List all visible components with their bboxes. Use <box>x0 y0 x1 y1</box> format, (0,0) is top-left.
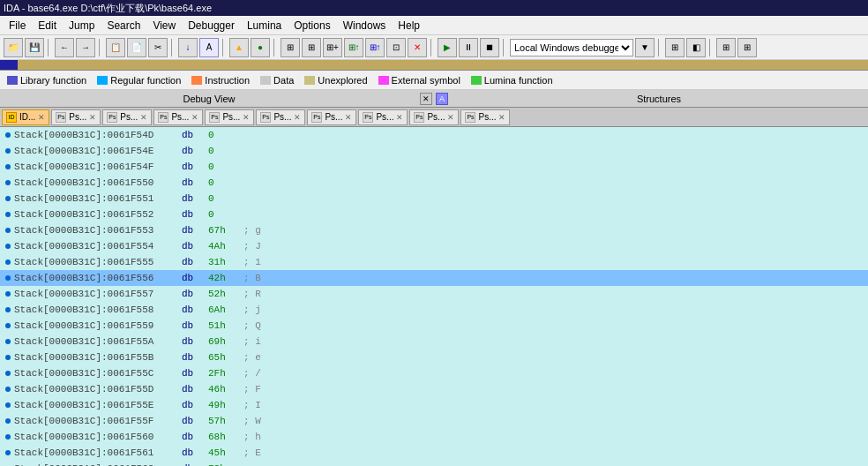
dot-indicator <box>2 164 14 169</box>
table-row[interactable]: Stack[0000B31C]:0061F55Cdb2Fh; / <box>0 365 868 381</box>
menu-edit[interactable]: Edit <box>33 18 62 34</box>
table-row[interactable]: Stack[0000B31C]:0061F551db0 <box>0 191 868 207</box>
tab-ps5-close[interactable]: ✕ <box>294 113 301 122</box>
table-row[interactable]: Stack[0000B31C]:0061F555db31h; 1 <box>0 254 868 270</box>
save-button[interactable]: 💾 <box>25 38 44 57</box>
table-row[interactable]: Stack[0000B31C]:0061F556db42h; B <box>0 270 868 286</box>
forward-button[interactable]: → <box>76 38 95 57</box>
table-row[interactable]: Stack[0000B31C]:0061F553db67h; g <box>0 222 868 238</box>
operand-cell: 46h <box>208 384 243 395</box>
r3[interactable]: ⊞ <box>716 38 736 57</box>
r2[interactable]: ◧ <box>686 38 706 57</box>
tab-ps7-close[interactable]: ✕ <box>396 113 403 122</box>
tab-ps-3[interactable]: Ps Ps... ✕ <box>153 109 203 125</box>
table-row[interactable]: Stack[0000B31C]:0061F54Ddb0 <box>0 127 868 143</box>
tab-ps6-close[interactable]: ✕ <box>345 113 352 122</box>
menu-file[interactable]: File <box>4 18 31 34</box>
table-row[interactable]: Stack[0000B31C]:0061F562db73h; s <box>0 461 868 466</box>
tab-ps4-close[interactable]: ✕ <box>243 113 250 122</box>
table-row[interactable]: Stack[0000B31C]:0061F558db6Ah; j <box>0 302 868 318</box>
pause-button[interactable]: ⏸ <box>459 38 478 57</box>
t5[interactable]: ⊞↑ <box>365 38 385 57</box>
table-row[interactable]: Stack[0000B31C]:0061F561db45h; E <box>0 445 868 461</box>
debug-view-close[interactable]: ✕ <box>420 93 432 105</box>
operand-cell: 42h <box>208 273 243 283</box>
comment-cell: ; e <box>243 352 261 363</box>
table-row[interactable]: Stack[0000B31C]:0061F55Adb69h; i <box>0 334 868 350</box>
t2[interactable]: ⊞ <box>302 38 321 57</box>
dot-indicator <box>2 291 14 297</box>
table-row[interactable]: Stack[0000B31C]:0061F54Fdb0 <box>0 159 868 175</box>
tab-ps2-close[interactable]: ✕ <box>140 113 147 122</box>
paste-button[interactable]: 📄 <box>127 38 146 57</box>
t4[interactable]: ⊞↑ <box>344 38 363 57</box>
table-row[interactable]: Stack[0000B31C]:0061F559db51h; Q <box>0 318 868 334</box>
instruction-cell: db <box>182 273 208 283</box>
run-button[interactable]: ● <box>251 38 270 57</box>
tab-id-close[interactable]: ✕ <box>38 113 45 122</box>
sep6 <box>430 39 434 56</box>
tab-ps-1[interactable]: Ps Ps... ✕ <box>51 109 101 125</box>
tab-ps1-icon: Ps <box>56 112 66 123</box>
step-button[interactable]: ⏹ <box>480 38 499 57</box>
play-button[interactable]: ▶ <box>438 38 457 57</box>
t3[interactable]: ⊞+ <box>323 38 342 57</box>
menu-search[interactable]: Search <box>101 18 146 34</box>
menu-windows[interactable]: Windows <box>338 18 392 34</box>
tab-ps-5[interactable]: Ps Ps... ✕ <box>256 109 305 125</box>
menu-lumina[interactable]: Lumina <box>242 18 287 34</box>
navigation-bar[interactable] <box>0 60 868 71</box>
tab-ps9-close[interactable]: ✕ <box>498 113 505 122</box>
table-row[interactable]: Stack[0000B31C]:0061F557db52h; R <box>0 286 868 302</box>
table-row[interactable]: Stack[0000B31C]:0061F55Ddb46h; F <box>0 381 868 397</box>
stop-button[interactable]: ✕ <box>408 38 427 57</box>
table-row[interactable]: Stack[0000B31C]:0061F560db68h; h <box>0 429 868 445</box>
sep8 <box>658 39 662 56</box>
tab-strip: ID ID... ✕ Ps Ps... ✕ Ps Ps... ✕ Ps Ps..… <box>0 108 868 127</box>
debugger-select[interactable]: Local Windows debugger <box>510 39 633 56</box>
operand-cell: 0 <box>208 193 243 204</box>
copy-button[interactable]: 📋 <box>106 38 125 57</box>
code-area[interactable]: Stack[0000B31C]:0061F54Ddb0Stack[0000B31… <box>0 127 868 466</box>
t1[interactable]: ⊞ <box>281 38 300 57</box>
t6[interactable]: ⊡ <box>386 38 406 57</box>
tab-ps-4[interactable]: Ps Ps... ✕ <box>205 109 254 125</box>
dot-indicator <box>2 259 14 265</box>
table-row[interactable]: Stack[0000B31C]:0061F55Bdb65h; e <box>0 350 868 365</box>
back-button[interactable]: ← <box>55 38 74 57</box>
down-button[interactable]: ↓ <box>178 38 198 57</box>
r4[interactable]: ⊞ <box>737 38 757 57</box>
menu-help[interactable]: Help <box>393 18 425 34</box>
table-row[interactable]: Stack[0000B31C]:0061F552db0 <box>0 207 868 222</box>
menu-jump[interactable]: Jump <box>64 18 100 34</box>
tab-ps8-close[interactable]: ✕ <box>447 113 454 122</box>
asm-toggle[interactable]: A <box>436 93 448 105</box>
tab-ps-9[interactable]: Ps Ps... ✕ <box>460 109 510 125</box>
table-row[interactable]: Stack[0000B31C]:0061F554db4Ah; J <box>0 238 868 254</box>
menu-debugger[interactable]: Debugger <box>183 18 240 34</box>
toolbar: 📁 💾 ← → 📋 📄 ✂ ↓ A ▲ ● ⊞ ⊞ ⊞+ ⊞↑ ⊞↑ ⊡ ✕ ▶… <box>0 35 868 60</box>
tab-ps1-close[interactable]: ✕ <box>89 113 96 122</box>
table-row[interactable]: Stack[0000B31C]:0061F55Fdb57h; W <box>0 413 868 429</box>
tab-id[interactable]: ID ID... ✕ <box>2 109 49 125</box>
menu-options[interactable]: Options <box>288 18 335 34</box>
tab-ps3-close[interactable]: ✕ <box>191 113 198 122</box>
sep7 <box>503 39 506 56</box>
tab-ps-7[interactable]: Ps Ps... ✕ <box>358 109 408 125</box>
debugger-dropdown-btn[interactable]: ▼ <box>635 38 655 57</box>
asm-button[interactable]: A <box>199 38 219 57</box>
table-row[interactable]: Stack[0000B31C]:0061F55Edb49h; I <box>0 397 868 413</box>
cut-button[interactable]: ✂ <box>148 38 168 57</box>
table-row[interactable]: Stack[0000B31C]:0061F550db0 <box>0 175 868 191</box>
operand-cell: 68h <box>208 432 243 442</box>
r1[interactable]: ⊞ <box>665 38 685 57</box>
open-button[interactable]: 📁 <box>4 38 23 57</box>
tab-ps-2[interactable]: Ps Ps... ✕ <box>102 109 152 125</box>
bp-button[interactable]: ▲ <box>229 38 249 57</box>
table-row[interactable]: Stack[0000B31C]:0061F54Edb0 <box>0 143 868 159</box>
menu-view[interactable]: View <box>147 18 181 34</box>
comment-cell: ; I <box>243 400 261 410</box>
structures-label: Structures <box>450 92 868 106</box>
tab-ps-6[interactable]: Ps Ps... ✕ <box>307 109 356 125</box>
tab-ps-8[interactable]: Ps Ps... ✕ <box>409 109 459 125</box>
